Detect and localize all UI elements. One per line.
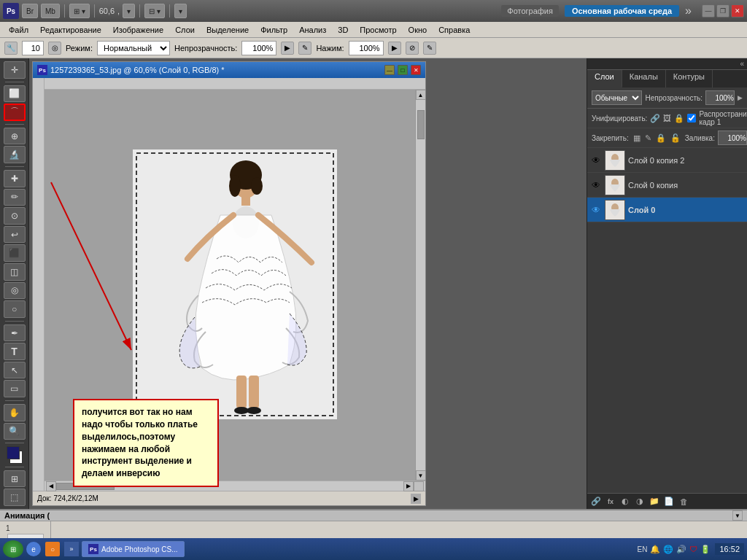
arrange-btn[interactable]: ⊞ ▾ bbox=[69, 4, 90, 18]
move-tool[interactable]: ✛ bbox=[4, 61, 26, 79]
layer-item-0-copy2[interactable]: 👁 Слой 0 копия 2 bbox=[587, 148, 747, 173]
canvas-scrollbar-v[interactable]: ▲ ▼ bbox=[415, 90, 425, 481]
tab-channels[interactable]: Каналы bbox=[622, 70, 666, 88]
taskbar-photoshop-btn[interactable]: Ps Adobe Photoshop CS... bbox=[82, 541, 185, 557]
menu-layers[interactable]: Слои bbox=[169, 24, 201, 36]
layer-blend-mode-select[interactable]: Обычные bbox=[592, 90, 642, 105]
tablet-icon[interactable]: ⊘ bbox=[406, 42, 419, 55]
scroll-left-btn[interactable]: ◀ bbox=[46, 481, 56, 491]
delete-layer-icon[interactable]: 🗑 bbox=[678, 496, 689, 508]
unify-icon-1[interactable]: 🔗 bbox=[650, 114, 660, 123]
layer-visibility-0-copy2[interactable]: 👁 bbox=[590, 155, 602, 166]
foreground-color-swatch[interactable] bbox=[7, 446, 20, 459]
tab-paths[interactable]: Контуры bbox=[666, 70, 713, 88]
lock-move-icon[interactable]: ✎ bbox=[645, 133, 651, 143]
lock-position-icon[interactable]: 🔒 bbox=[656, 133, 666, 143]
minibrige-btn[interactable]: Mb bbox=[41, 4, 60, 18]
restore-btn[interactable]: ❐ bbox=[716, 4, 729, 18]
tab-layers[interactable]: Слои bbox=[587, 70, 622, 88]
lang-indicator[interactable]: EN bbox=[638, 545, 648, 553]
link-layers-icon[interactable]: 🔗 bbox=[590, 496, 602, 508]
layout-btn[interactable]: ⊟ ▾ bbox=[144, 4, 165, 18]
anim-collapse-btn[interactable]: ▼ bbox=[732, 510, 743, 521]
menu-help[interactable]: Справка bbox=[433, 24, 476, 36]
gradient-tool[interactable]: ◫ bbox=[4, 263, 26, 281]
hand-tool[interactable]: ✋ bbox=[4, 404, 26, 421]
doc-close-btn[interactable]: ✕ bbox=[411, 65, 421, 75]
scroll-up-btn[interactable]: ▲ bbox=[416, 90, 426, 100]
opacity-dropdown-btn[interactable]: ▶ bbox=[738, 94, 743, 101]
eyedropper-tool[interactable]: 🔬 bbox=[4, 146, 26, 163]
airbrush-icon[interactable]: ✎ bbox=[298, 42, 311, 55]
bridge-btn[interactable]: Br bbox=[22, 4, 38, 18]
lock-pixels-icon[interactable]: ▦ bbox=[633, 133, 640, 143]
layer-visibility-0-copy[interactable]: 👁 bbox=[590, 179, 602, 191]
scroll-right-btn[interactable]: ▶ bbox=[403, 481, 414, 491]
layer-visibility-0[interactable]: 👁 bbox=[590, 204, 602, 216]
scroll-down-btn[interactable]: ▼ bbox=[416, 470, 426, 481]
blur-tool[interactable]: ◎ bbox=[4, 282, 26, 300]
text-tool[interactable]: T bbox=[4, 343, 26, 360]
pressure-arrow-icon[interactable]: ▶ bbox=[388, 42, 401, 55]
scroll-thumb-v[interactable] bbox=[417, 110, 425, 139]
extra-opt-icon[interactable]: ✎ bbox=[423, 42, 436, 55]
shape-tool[interactable]: ▭ bbox=[4, 380, 26, 397]
start-button[interactable]: ⊞ bbox=[3, 540, 23, 558]
status-arrow-btn[interactable]: ▶ bbox=[411, 494, 421, 504]
menu-3d[interactable]: 3D bbox=[332, 24, 354, 36]
add-mask-icon[interactable]: ◐ bbox=[619, 496, 631, 508]
spread-checkbox[interactable] bbox=[687, 114, 696, 122]
new-layer-icon[interactable]: 📄 bbox=[663, 496, 675, 508]
group-layers-icon[interactable]: 📁 bbox=[649, 496, 660, 508]
doc-minimize-btn[interactable]: — bbox=[384, 65, 395, 75]
tool-preset-icon[interactable]: 🔧 bbox=[4, 42, 18, 55]
brush-tool[interactable]: ✏ bbox=[4, 189, 26, 206]
layer-opacity-input[interactable] bbox=[705, 90, 735, 105]
adjustment-layer-icon[interactable]: ◑ bbox=[634, 496, 646, 508]
more-workspaces-btn[interactable]: » bbox=[682, 4, 694, 18]
fill-input[interactable] bbox=[718, 131, 747, 145]
layer-item-0[interactable]: 👁 Слой 0 bbox=[587, 198, 747, 222]
unify-icon-2[interactable]: 🖼 bbox=[663, 114, 671, 122]
menu-image[interactable]: Изображение bbox=[107, 24, 169, 36]
workspace-main-label[interactable]: Основная рабочая среда bbox=[565, 5, 679, 17]
panel-collapse-btn[interactable]: « bbox=[740, 60, 744, 68]
lock-all-icon[interactable]: 🔓 bbox=[670, 133, 681, 143]
pressure-input[interactable] bbox=[349, 41, 384, 55]
close-btn[interactable]: ✕ bbox=[731, 4, 744, 18]
menu-window[interactable]: Окно bbox=[403, 24, 433, 36]
minimize-btn[interactable]: — bbox=[702, 4, 715, 18]
doc-maximize-btn[interactable]: □ bbox=[398, 65, 408, 75]
rectangular-marquee-tool[interactable]: ⬜ bbox=[4, 85, 26, 103]
unify-icon-3[interactable]: 🔒 bbox=[674, 114, 684, 123]
fx-icon[interactable]: fx bbox=[605, 496, 616, 508]
menu-filter[interactable]: Фильтр bbox=[255, 24, 293, 36]
zoom-tool[interactable]: 🔍 bbox=[4, 423, 26, 440]
zoom-btn[interactable]: ▾ bbox=[123, 4, 135, 18]
lasso-tool[interactable]: ⌒ bbox=[4, 104, 26, 121]
menu-analysis[interactable]: Анализ bbox=[293, 24, 332, 36]
screen-mode-btn[interactable]: ⬚ bbox=[4, 489, 26, 506]
color-swatches[interactable] bbox=[4, 446, 26, 464]
menu-edit[interactable]: Редактирование bbox=[34, 24, 107, 36]
quick-mask-btn[interactable]: ⊞ bbox=[4, 470, 26, 488]
layer-item-0-copy[interactable]: 👁 Слой 0 копия bbox=[587, 173, 747, 198]
dodge-tool[interactable]: ○ bbox=[4, 300, 26, 318]
brush-size-input[interactable] bbox=[22, 41, 44, 55]
workspace-photo-label[interactable]: Фотография bbox=[501, 5, 559, 17]
menu-file[interactable]: Файл bbox=[3, 24, 34, 36]
blend-mode-select[interactable]: Нормальный bbox=[97, 41, 170, 55]
quick-launch-ff[interactable]: ○ bbox=[45, 542, 60, 556]
menu-select[interactable]: Выделение bbox=[201, 24, 255, 36]
extra-btn[interactable]: ▾ bbox=[174, 4, 187, 18]
pen-tool[interactable]: ✒ bbox=[4, 324, 26, 342]
crop-tool[interactable]: ⊕ bbox=[4, 128, 26, 145]
menu-view[interactable]: Просмотр bbox=[354, 24, 402, 36]
opacity-input[interactable] bbox=[241, 41, 276, 55]
quick-launch-ps[interactable]: » bbox=[64, 542, 79, 556]
opacity-arrow-icon[interactable]: ▶ bbox=[281, 42, 294, 55]
stamp-tool[interactable]: ⊙ bbox=[4, 207, 26, 225]
eraser-tool[interactable]: ⬛ bbox=[4, 244, 26, 262]
brush-preset-icon[interactable]: ◎ bbox=[48, 42, 61, 55]
path-selection-tool[interactable]: ↖ bbox=[4, 362, 26, 379]
